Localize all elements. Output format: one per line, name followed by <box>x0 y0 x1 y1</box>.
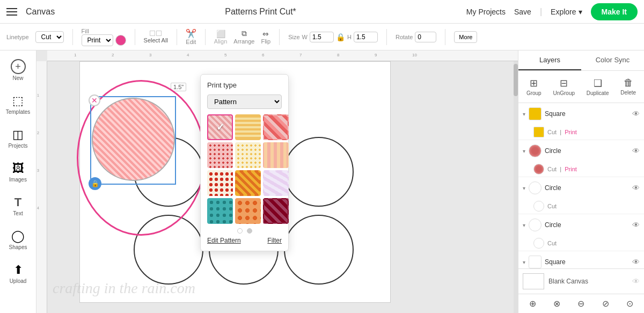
chevron-down-icon[interactable]: ▾ <box>523 185 525 191</box>
more-button[interactable]: More <box>454 31 477 43</box>
sidebar-item-images[interactable]: 🖼 Images <box>2 157 34 187</box>
eye-icon-square-2[interactable]: 👁 <box>632 258 640 266</box>
sidebar-item-projects[interactable]: ◫ Projects <box>2 123 34 153</box>
fill-select[interactable]: Print <box>82 34 113 46</box>
align-group: ⬜ Align <box>214 30 227 45</box>
pattern-thumb-6[interactable] <box>263 142 289 168</box>
sidebar-item-shapes[interactable]: ◯ Shapes <box>2 225 34 254</box>
ruler-tick: 7 <box>299 53 302 57</box>
right-panel: Layers Color Sync ⊞ Group ⊟ UnGroup ❑ Du… <box>518 50 644 313</box>
pattern-thumb-5[interactable] <box>235 142 261 168</box>
filter-link[interactable]: Filter <box>267 237 282 244</box>
weld-button[interactable]: ⊙ <box>626 299 633 309</box>
eye-icon-circle-1[interactable]: 👁 <box>632 147 640 155</box>
rotate-input[interactable] <box>415 32 436 42</box>
layer-header-circle-3[interactable]: ▾ Circle 👁 <box>518 214 644 236</box>
pattern-thumb-11[interactable] <box>235 198 261 224</box>
chevron-down-icon[interactable]: ▾ <box>523 111 525 117</box>
explore-dropdown[interactable]: Explore ▾ <box>551 8 582 16</box>
menu-button[interactable] <box>6 8 17 16</box>
width-input[interactable] <box>310 32 334 42</box>
pattern-thumb-3[interactable] <box>263 114 289 140</box>
delete-button[interactable]: 🗑 Delete <box>616 75 640 98</box>
tab-color-sync[interactable]: Color Sync <box>581 50 644 70</box>
pattern-thumb-8[interactable] <box>235 170 261 196</box>
pattern-thumb-2[interactable] <box>235 114 261 140</box>
ruler-tick: 9 <box>375 53 377 57</box>
pattern-thumb-10[interactable] <box>207 198 233 224</box>
height-input[interactable] <box>354 32 378 42</box>
print-type-dropdown: Print type Pattern Solid Gradient ✓ <box>200 74 289 251</box>
layer-header-square-2[interactable]: ▾ Square 👁 <box>518 251 644 268</box>
chevron-down-icon[interactable]: ▾ <box>523 259 525 265</box>
layer-header-square-1[interactable]: ▾ Square 👁 <box>518 103 644 125</box>
fill-color-swatch[interactable] <box>115 35 126 46</box>
circle-thumb-2 <box>529 181 541 194</box>
divider-1 <box>72 29 73 45</box>
duplicate-label: Duplicate <box>587 90 609 96</box>
blank-canvas-eye-icon[interactable]: 👁 <box>632 277 640 286</box>
sidebar-new-label: New <box>12 75 23 81</box>
ruler-tick: 10 <box>412 53 417 57</box>
eye-icon-circle-3[interactable]: 👁 <box>632 221 640 229</box>
make-it-button[interactable]: Make It <box>591 3 638 20</box>
divider-6 <box>386 29 387 45</box>
layer-item-square-1: ▾ Square 👁 Cut | Print <box>518 103 644 140</box>
sidebar-item-templates[interactable]: ⬚ Templates <box>2 90 34 119</box>
circle-thumb-3 <box>529 219 541 231</box>
sidebar-item-new[interactable]: + New <box>2 55 34 85</box>
projects-icon: ◫ <box>12 128 24 142</box>
sidebar-item-text[interactable]: T Text <box>2 191 34 221</box>
canvas-circle-outline-3[interactable] <box>284 137 354 207</box>
select-all-label[interactable]: Select All <box>144 37 168 43</box>
pattern-thumb-9[interactable] <box>263 170 289 196</box>
ruler-tick: 3 <box>37 169 39 172</box>
pattern-thumb-12[interactable] <box>263 198 289 224</box>
align-label[interactable]: Align <box>214 38 227 45</box>
flip-label[interactable]: Flip <box>261 38 270 45</box>
arrange-label[interactable]: Arrange <box>233 38 254 45</box>
print-type-select[interactable]: Pattern Solid Gradient <box>207 94 282 109</box>
h-label: H <box>347 34 352 40</box>
exclude-button[interactable]: ⊘ <box>602 299 609 309</box>
blank-canvas-row: Blank Canvas 👁 <box>518 268 644 294</box>
layer-header-circle-2[interactable]: ▾ Circle 👁 <box>518 177 644 199</box>
canvas-scrollbar-v[interactable] <box>514 61 518 313</box>
chevron-down-icon[interactable]: ▾ <box>523 222 525 228</box>
delete-shape-button[interactable]: ✕ <box>89 94 100 106</box>
subtract-button[interactable]: ⊖ <box>577 299 584 309</box>
layer-header-circle-1[interactable]: ▾ Circle 👁 <box>518 140 644 162</box>
pattern-thumb-1[interactable]: ✓ <box>207 114 233 140</box>
save-link[interactable]: Save <box>514 8 531 16</box>
ruler-vertical: 1 2 3 4 <box>36 61 47 313</box>
edit-label[interactable]: Edit <box>186 39 196 45</box>
layer-item-square-2: ▾ Square 👁 Cut <box>518 251 644 268</box>
linetype-select[interactable]: Cut <box>35 31 64 43</box>
edit-pattern-link[interactable]: Edit Pattern <box>207 237 241 244</box>
group-button[interactable]: ⊞ Group <box>522 75 546 98</box>
watermark: crafting in the rain.com <box>53 280 195 297</box>
ruler-tick: 2 <box>37 131 39 135</box>
divider-7 <box>445 29 445 45</box>
pattern-thumb-7[interactable] <box>207 170 233 196</box>
lock-button[interactable]: 🔒 <box>89 177 101 190</box>
ungroup-icon: ⊟ <box>560 77 568 89</box>
ungroup-button[interactable]: ⊟ UnGroup <box>548 75 579 98</box>
delete-label: Delete <box>620 90 636 96</box>
canvas-circle-outline-6[interactable] <box>284 215 354 285</box>
eye-icon-circle-2[interactable]: 👁 <box>632 184 640 192</box>
sidebar-item-upload[interactable]: ⬆ Upload <box>2 259 34 288</box>
canvas-circle-outline-4[interactable] <box>134 215 203 285</box>
canvas-area[interactable]: 1 2 3 4 5 6 7 8 9 10 1 2 3 4 <box>36 50 518 313</box>
group-icon: ⊞ <box>530 77 538 89</box>
pattern-thumb-4[interactable] <box>207 142 233 168</box>
intersect-button[interactable]: ⊗ <box>553 299 560 309</box>
eye-icon-square-1[interactable]: 👁 <box>632 110 640 118</box>
tab-layers[interactable]: Layers <box>518 50 581 70</box>
duplicate-button[interactable]: ❑ Duplicate <box>582 75 613 98</box>
flip-group: ⇔ Flip <box>261 30 270 45</box>
union-button[interactable]: ⊕ <box>529 299 536 309</box>
chevron-down-icon[interactable]: ▾ <box>523 148 525 154</box>
layer-sub-circle-3: Cut <box>518 236 644 251</box>
my-projects-link[interactable]: My Projects <box>466 8 506 16</box>
